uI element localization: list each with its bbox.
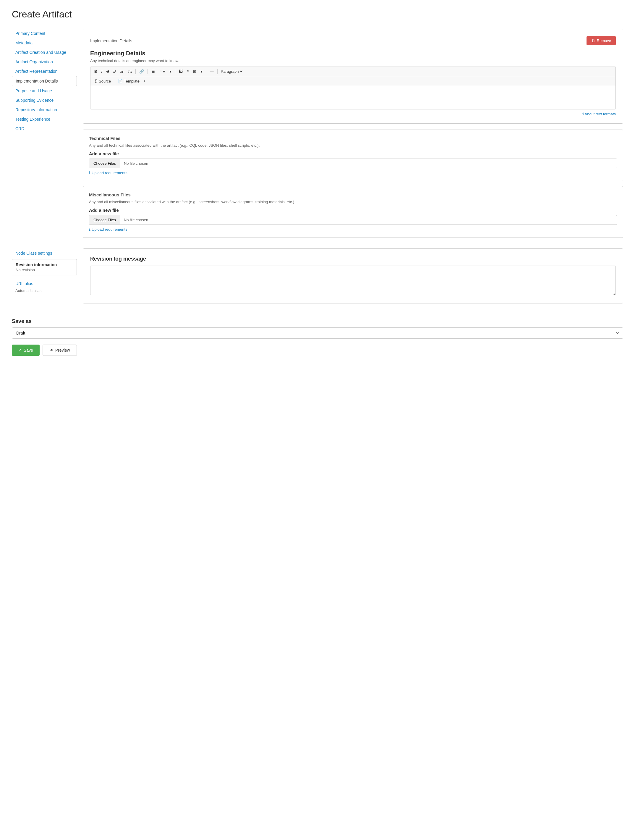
card-label: Implementation Details — [90, 38, 132, 43]
sidebar-item-testing-experience[interactable]: Testing Experience — [12, 114, 77, 124]
table-button[interactable]: ⊞ — [192, 69, 198, 74]
bulletlist-button[interactable]: ☰ — [150, 69, 156, 74]
template-chevron[interactable]: ▾ — [142, 79, 147, 84]
sidebar-item-artifact-creation[interactable]: Artifact Creation and Usage — [12, 47, 77, 57]
image-button[interactable]: 🖼 — [177, 69, 184, 74]
paragraph-select[interactable]: Paragraph Heading 1 Heading 2 Heading 3 — [220, 69, 244, 74]
removeformat-button[interactable]: Tx — [126, 69, 133, 74]
sidebar-item-metadata[interactable]: Metadata — [12, 38, 77, 47]
revision-log-title: Revision log message — [90, 256, 616, 262]
hr-button[interactable]: — — [208, 69, 215, 74]
editor-toolbar-row2: ⟨⟩ Source 📄 Template ▾ — [90, 76, 616, 86]
template-icon: 📄 — [118, 79, 123, 84]
link-button[interactable]: 🔗 — [138, 69, 145, 74]
engineering-editor[interactable] — [90, 86, 616, 109]
about-formats-link[interactable]: ℹ About text formats — [582, 112, 616, 116]
checkmark-icon: ✓ — [18, 348, 22, 352]
implementation-details-card: Implementation Details 🗑 Remove Engineer… — [83, 29, 623, 124]
revision-info-title: Revision information — [16, 262, 73, 267]
toolbar-sep4 — [206, 69, 206, 74]
page-title: Create Artifact — [12, 9, 623, 20]
add-technical-file-label: Add a new file — [89, 151, 617, 156]
save-as-select[interactable]: DraftPublishedArchived — [12, 327, 623, 339]
superscript-button[interactable]: x² — [112, 69, 118, 74]
main-content: Implementation Details 🗑 Remove Engineer… — [83, 29, 623, 243]
misc-files-desc: Any and all miscellaneous files associat… — [89, 200, 617, 204]
revision-info-subtitle: No revision — [16, 268, 73, 272]
technical-files-section: Technical Files Any and all technical fi… — [83, 129, 623, 181]
save-as-label: Save as — [12, 318, 623, 324]
template-button[interactable]: 📄 Template — [116, 78, 141, 84]
source-icon: ⟨⟩ — [95, 79, 98, 84]
toolbar-sep5 — [217, 69, 217, 74]
preview-button[interactable]: 👁 Preview — [43, 344, 77, 356]
info-icon-misc: ℹ — [89, 227, 90, 232]
url-alias-section: URL alias Automatic alias — [12, 279, 77, 293]
engineering-section: Engineering Details Any technical detail… — [90, 50, 616, 116]
technical-file-input-row: Choose Files No file chosen — [89, 158, 617, 168]
sidebar-item-artifact-organization[interactable]: Artifact Organization — [12, 57, 77, 66]
blockquote-button[interactable]: ❝ — [185, 69, 191, 74]
sidebar-item-crd[interactable]: CRD — [12, 124, 77, 133]
url-alias-link[interactable]: URL alias — [12, 279, 77, 288]
revision-log-textarea[interactable] — [90, 265, 616, 295]
bottom-sidebar: Node Class settings Revision information… — [12, 248, 77, 293]
trash-icon: 🗑 — [591, 38, 595, 43]
toolbar-sep3 — [175, 69, 175, 74]
remove-button[interactable]: 🗑 Remove — [586, 36, 616, 45]
table-dropdown[interactable]: ▾ — [199, 69, 204, 74]
technical-file-name: No file chosen — [120, 159, 617, 168]
bottom-main: Revision log message — [83, 248, 623, 309]
about-formats: ℹ About text formats — [90, 112, 616, 116]
misc-files-title: Miscellaneous Files — [89, 192, 617, 197]
misc-upload-req[interactable]: ℹ Upload requirements — [89, 227, 617, 232]
misc-file-name: No file chosen — [120, 215, 617, 224]
sidebar-item-purpose-and-usage[interactable]: Purpose and Usage — [12, 86, 77, 96]
misc-files-section: Miscellaneous Files Any and all miscella… — [83, 186, 623, 238]
action-buttons: ✓ Save 👁 Preview — [12, 344, 623, 356]
engineering-desc: Any technical details an engineer may wa… — [90, 58, 616, 63]
eye-icon: 👁 — [49, 348, 54, 352]
template-dropdown: 📄 Template ▾ — [116, 78, 147, 84]
misc-choose-files-button[interactable]: Choose Files — [89, 215, 120, 224]
technical-choose-files-button[interactable]: Choose Files — [89, 159, 120, 168]
save-as-section: Save as DraftPublishedArchived — [12, 318, 623, 339]
technical-files-desc: Any and all technical files associated w… — [89, 143, 617, 148]
strikethrough-button[interactable]: S — [105, 69, 110, 74]
sidebar-item-repository-information[interactable]: Repository Information — [12, 105, 77, 114]
sidebar-item-artifact-representation[interactable]: Artifact Representation — [12, 66, 77, 76]
misc-file-input-row: Choose Files No file chosen — [89, 215, 617, 225]
technical-files-title: Technical Files — [89, 136, 617, 141]
numberedlist-dropdown[interactable]: ▾ — [168, 69, 173, 74]
info-icon: ℹ — [582, 112, 584, 116]
revision-log-card: Revision log message — [83, 248, 623, 303]
node-class-settings-link[interactable]: Node Class settings — [12, 248, 77, 258]
engineering-title: Engineering Details — [90, 50, 616, 57]
bold-button[interactable]: B — [93, 69, 98, 74]
source-button[interactable]: ⟨⟩ Source — [93, 78, 113, 84]
italic-button[interactable]: I — [99, 69, 104, 74]
technical-upload-req[interactable]: ℹ Upload requirements — [89, 171, 617, 175]
sidebar-item-implementation-details: Implementation Details — [12, 76, 77, 86]
sidebar-item-supporting-evidence[interactable]: Supporting Evidence — [12, 96, 77, 105]
url-alias-sub: Automatic alias — [12, 288, 77, 293]
sidebar: Primary ContentMetadataArtifact Creation… — [12, 29, 77, 133]
add-misc-file-label: Add a new file — [89, 208, 617, 213]
revision-info-box: Revision information No revision — [12, 259, 77, 275]
sidebar-item-primary-content[interactable]: Primary Content — [12, 29, 77, 38]
info-icon-tech: ℹ — [89, 171, 90, 175]
numberedlist-button[interactable]: ⋮≡ — [158, 69, 167, 74]
save-button[interactable]: ✓ Save — [12, 344, 39, 356]
editor-toolbar-row1: B I S x² x₂ Tx 🔗 ☰ ⋮≡ ▾ 🖼 ❝ ⊞ ▾ — [90, 66, 616, 76]
subscript-button[interactable]: x₂ — [119, 69, 125, 74]
